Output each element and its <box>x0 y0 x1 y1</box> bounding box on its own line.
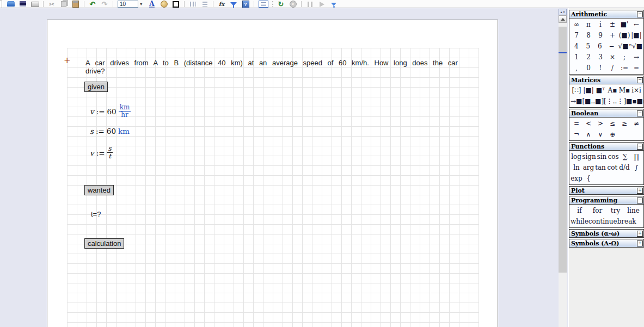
palette-button[interactable]: ■ᵀ <box>594 85 606 96</box>
palette-button[interactable]: √■ <box>617 41 629 52</box>
interrupt-icon[interactable] <box>289 1 297 8</box>
print-icon[interactable] <box>30 1 39 8</box>
palette-button[interactable]: [⋮..⋮] <box>604 96 626 107</box>
pause-icon[interactable] <box>305 1 314 8</box>
palette-button[interactable]: ! <box>594 63 606 73</box>
palette-button[interactable]: 1 <box>571 52 582 63</box>
border-icon[interactable] <box>171 1 180 8</box>
panel-symbols-greek-header[interactable]: Symbols (α-ω)+ <box>569 230 643 237</box>
palette-button[interactable]: cot <box>606 162 618 173</box>
wanted-label[interactable]: wanted <box>84 185 114 195</box>
palette-button[interactable]: for <box>588 205 606 216</box>
open-file-icon[interactable] <box>7 1 15 8</box>
palette-button[interactable]: + <box>606 30 618 41</box>
worksheet-grid[interactable] <box>67 48 479 327</box>
panel-functions-header[interactable]: Functions− <box>569 143 643 151</box>
palette-button[interactable]: A▪ <box>606 85 618 96</box>
palette-button[interactable]: ∫ <box>630 162 642 173</box>
palette-button[interactable]: 4 <box>571 41 582 52</box>
wanted-expression-region[interactable]: t=? <box>91 210 101 218</box>
palette-button[interactable]: while <box>571 216 588 227</box>
font-color-icon[interactable] <box>148 1 156 8</box>
panel-plot-header[interactable]: Plot+ <box>569 187 643 194</box>
vertical-scrollbar[interactable]: ▲▼ <box>559 9 567 327</box>
palette-button[interactable]: arg <box>582 162 594 173</box>
expand-icon[interactable]: + <box>637 231 643 237</box>
palette-button[interactable]: ■▪ <box>626 96 636 107</box>
align-vertical-icon[interactable] <box>200 1 209 8</box>
palette-button[interactable]: ; <box>618 52 630 63</box>
copy-icon[interactable] <box>59 1 68 8</box>
insert-function-icon[interactable] <box>217 1 226 8</box>
palette-button[interactable]: M▪ <box>618 85 630 96</box>
font-size-select[interactable]: 10▼ <box>118 1 144 8</box>
palette-button[interactable]: sign <box>582 151 596 162</box>
palette-button[interactable]: = <box>630 63 642 73</box>
math-region-distance-definition[interactable]: s := 60 km <box>90 127 130 135</box>
panel-symbols-greek-caps-header[interactable]: Symbols (A-Ω)+ <box>569 239 643 247</box>
side-panel-toggle-icon[interactable] <box>258 1 269 8</box>
palette-button[interactable]: → <box>630 52 642 63</box>
palette-button[interactable]: 5 <box>582 41 594 52</box>
palette-button[interactable]: := <box>618 63 630 73</box>
palette-button[interactable]: ∨ <box>594 129 606 140</box>
palette-button[interactable]: , <box>571 63 582 73</box>
palette-button[interactable]: > <box>594 118 606 129</box>
palette-button[interactable]: ∧ <box>582 129 594 140</box>
palette-button[interactable]: − <box>606 41 618 52</box>
math-region-velocity-definition[interactable]: v := 60 km hr <box>90 104 131 119</box>
collapse-icon[interactable]: − <box>637 77 643 83</box>
palette-button[interactable]: ■' <box>618 19 630 30</box>
chevron-down-icon[interactable]: ▼ <box>138 1 144 8</box>
palette-button[interactable]: ⊕ <box>606 129 618 140</box>
background-color-icon[interactable] <box>160 1 168 8</box>
palette-button[interactable]: |■| <box>630 30 642 41</box>
palette-button[interactable]: π <box>582 19 594 30</box>
palette-button[interactable]: i×i <box>630 85 642 96</box>
palette-button[interactable]: 8 <box>582 30 594 41</box>
palette-button[interactable]: ¬ <box>571 129 582 140</box>
palette-button[interactable]: { <box>582 173 594 184</box>
redo-icon[interactable] <box>100 1 109 8</box>
palette-button[interactable]: ± <box>606 19 618 30</box>
play-icon[interactable] <box>317 1 326 8</box>
palette-button[interactable]: try <box>606 205 624 216</box>
panel-matrices-header[interactable]: Matrices− <box>569 76 643 84</box>
scrollbar-splitter-handle[interactable]: ▲▼ <box>559 9 567 15</box>
palette-button[interactable]: 9 <box>594 30 606 41</box>
palette-button[interactable]: × <box>606 52 618 63</box>
math-region-velocity-formula[interactable]: v := s t <box>90 145 113 160</box>
expand-icon[interactable]: + <box>637 240 643 246</box>
palette-button[interactable]: ∞ <box>571 19 582 30</box>
font-size-value[interactable]: 10 <box>118 1 138 8</box>
palette-button[interactable]: 3 <box>594 52 606 63</box>
palette-button[interactable]: log <box>571 151 582 162</box>
palette-button[interactable]: ∑ <box>619 151 630 162</box>
palette-button[interactable]: tan <box>594 162 606 173</box>
palette-button[interactable]: |■| <box>582 85 594 96</box>
palette-button[interactable]: ⁿ√■ <box>629 41 642 52</box>
collapse-icon[interactable]: − <box>637 144 643 150</box>
collapse-icon[interactable]: − <box>637 11 643 17</box>
align-horizontal-icon[interactable] <box>188 1 197 8</box>
save-icon[interactable] <box>19 1 27 8</box>
palette-button[interactable]: exp <box>571 173 582 184</box>
new-document-icon[interactable] <box>0 1 3 8</box>
reference-book-icon[interactable] <box>241 1 250 8</box>
palette-button[interactable]: ■▪▪ <box>637 96 644 107</box>
palette-button[interactable]: ln <box>571 162 582 173</box>
palette-button[interactable]: ≥ <box>618 118 630 129</box>
palette-button[interactable]: line <box>624 205 642 216</box>
given-label[interactable]: given <box>84 82 108 92</box>
palette-button[interactable]: / <box>606 63 618 73</box>
scroll-up-button[interactable] <box>559 15 567 23</box>
palette-button[interactable]: i <box>594 19 606 30</box>
palette-button[interactable]: < <box>582 118 594 129</box>
palette-button[interactable]: if <box>571 205 588 216</box>
collapse-icon[interactable]: − <box>637 110 643 116</box>
scrollbar-thumb[interactable] <box>559 27 567 273</box>
panel-programming-header[interactable]: Programming− <box>569 196 643 205</box>
calculation-label[interactable]: calculation <box>84 238 124 249</box>
palette-button[interactable]: [■..■] <box>582 96 604 107</box>
panel-arithmetic-header[interactable]: Arithmetic− <box>569 10 643 18</box>
